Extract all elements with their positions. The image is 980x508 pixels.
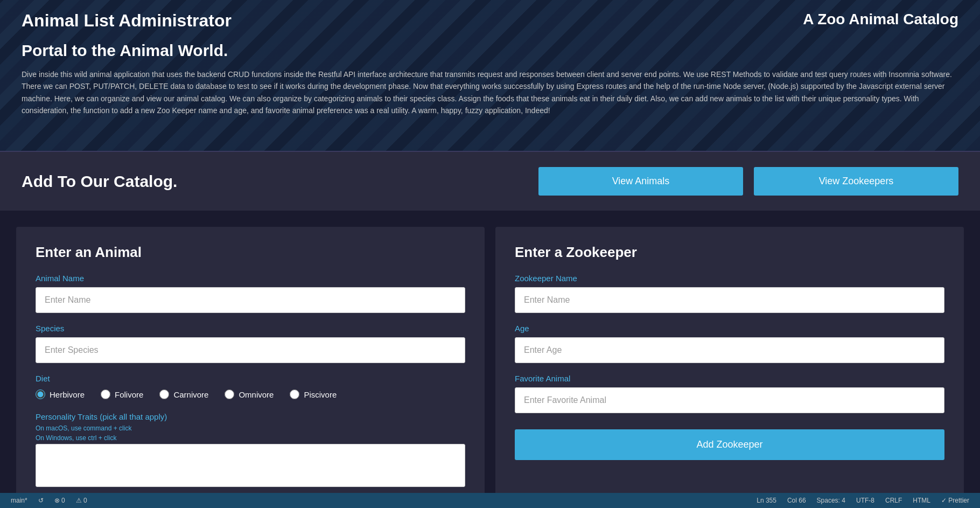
status-left: main* ↺ ⊗ 0 ⚠ 0 <box>11 497 87 504</box>
age-input[interactable] <box>515 337 944 363</box>
personality-label: Personality Traits (pick all that apply) <box>36 412 465 421</box>
status-errors: ⊗ 0 <box>54 497 65 504</box>
hero-description: Dive inside this wild animal application… <box>22 68 958 117</box>
animal-name-label: Animal Name <box>36 274 465 283</box>
status-warnings: ⚠ 0 <box>76 497 87 504</box>
species-input[interactable] <box>36 337 465 363</box>
app-title: Animal List Administrator <box>22 11 232 31</box>
animal-form-panel: Enter an Animal Animal Name Species Diet… <box>16 227 485 508</box>
diet-piscivore[interactable]: Piscivore <box>290 389 337 399</box>
header-top: Animal List Administrator A Zoo Animal C… <box>22 11 958 31</box>
zookeeper-name-input[interactable] <box>515 287 944 313</box>
personality-hint-mac: On macOS, use command + click <box>36 425 465 432</box>
diet-omnivore[interactable]: Omnivore <box>225 389 274 399</box>
diet-carnivore[interactable]: Carnivore <box>159 389 208 399</box>
favorite-animal-label: Favorite Animal <box>515 374 944 383</box>
add-zookeeper-button[interactable]: Add Zookeeper <box>515 429 944 460</box>
diet-options: Herbivore Folivore Carnivore Omnivore Pi… <box>36 389 465 399</box>
diet-herbivore[interactable]: Herbivore <box>36 389 85 399</box>
zookeeper-form-title: Enter a Zookeeper <box>515 244 944 261</box>
zookeeper-name-label: Zookeeper Name <box>515 274 944 283</box>
status-bar: main* ↺ ⊗ 0 ⚠ 0 Ln 355 Col 66 Spaces: 4 … <box>0 493 980 508</box>
status-right: Ln 355 Col 66 Spaces: 4 UTF-8 CRLF HTML … <box>757 497 969 504</box>
forms-section: Enter an Animal Animal Name Species Diet… <box>0 211 980 508</box>
catalog-section: Add To Our Catalog. View Animals View Zo… <box>0 151 980 211</box>
favorite-animal-input[interactable] <box>515 387 944 413</box>
status-formatter: ✓ Prettier <box>941 497 969 504</box>
status-encoding: UTF-8 <box>856 497 874 504</box>
status-branch: main* <box>11 497 27 504</box>
status-sync-icon[interactable]: ↺ <box>38 497 44 504</box>
personality-select[interactable] <box>36 444 465 487</box>
animal-name-input[interactable] <box>36 287 465 313</box>
personality-list-container <box>36 444 465 498</box>
status-col: Col 66 <box>787 497 806 504</box>
status-ln: Ln 355 <box>757 497 776 504</box>
header: Animal List Administrator A Zoo Animal C… <box>0 0 980 151</box>
diet-label: Diet <box>36 374 465 383</box>
catalog-buttons: View Animals View Zookeepers <box>538 167 958 196</box>
zookeeper-form-panel: Enter a Zookeeper Zookeeper Name Age Fav… <box>495 227 964 508</box>
status-language: HTML <box>913 497 930 504</box>
catalog-title: Add To Our Catalog. <box>22 172 177 191</box>
status-spaces: Spaces: 4 <box>817 497 845 504</box>
diet-folivore[interactable]: Folivore <box>101 389 143 399</box>
animal-form-title: Enter an Animal <box>36 244 465 261</box>
hero-heading: Portal to the Animal World. <box>22 41 958 60</box>
personality-hint-windows: On Windows, use ctrl + click <box>36 434 465 442</box>
status-line-ending: CRLF <box>885 497 902 504</box>
view-animals-button[interactable]: View Animals <box>538 167 743 196</box>
age-label: Age <box>515 324 944 333</box>
species-label: Species <box>36 324 465 333</box>
view-zookeepers-button[interactable]: View Zookeepers <box>754 167 958 196</box>
app-subtitle: A Zoo Animal Catalog <box>803 11 958 28</box>
header-content: Animal List Administrator A Zoo Animal C… <box>0 0 980 128</box>
